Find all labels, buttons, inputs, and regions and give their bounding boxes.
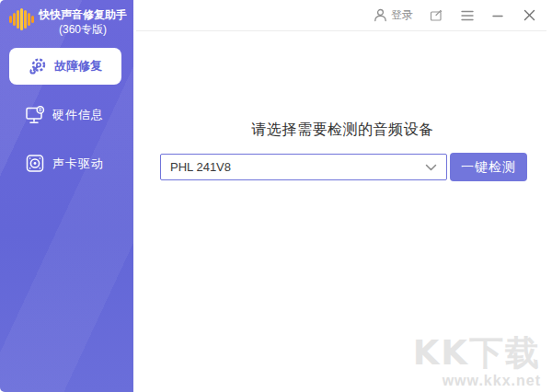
audio-wave-icon [8,7,34,35]
login-button[interactable]: 登录 [374,7,413,23]
soundcard-icon [25,153,46,175]
watermark-logo: KK下载 [413,336,541,370]
topbar-divider [136,30,546,31]
topbar: 登录 [133,0,552,30]
sidebar-item-label: 故障修复 [54,58,102,75]
chevron-down-icon [425,164,437,171]
device-select-row: PHL 241V8 一键检测 [160,153,527,181]
device-select[interactable]: PHL 241V8 [160,154,447,180]
sidebar: 快快声音修复助手 (360专版) 故障修复 [0,0,133,392]
sidebar-item-soundcard-driver[interactable]: 声卡驱动 [0,145,133,182]
watermark-url: www.kkx.net [413,374,541,388]
device-select-value: PHL 241V8 [170,160,231,174]
close-button[interactable] [523,9,535,21]
app-header: 快快声音修复助手 (360专版) [8,7,127,37]
login-label: 登录 [391,7,413,23]
feedback-button[interactable] [430,9,443,22]
app-window: 快快声音修复助手 (360专版) 故障修复 [0,0,552,392]
app-title: 快快声音修复助手 (360专版) [39,7,127,37]
sidebar-item-label: 声卡驱动 [52,156,104,172]
app-title-line2: (360专版) [39,22,127,37]
one-click-detect-button[interactable]: 一键检测 [450,153,527,181]
app-title-line1: 快快声音修复助手 [39,7,127,22]
site-watermark: KK下载 www.kkx.net [413,336,541,388]
monitor-info-icon [25,104,46,126]
person-icon [374,8,387,22]
device-prompt: 请选择需要检测的音频设备 [133,121,552,140]
sidebar-item-fault-repair[interactable]: 故障修复 [9,48,121,85]
gear-wrench-icon [29,57,47,75]
sidebar-item-label: 硬件信息 [52,107,104,123]
feedback-icon [430,9,443,22]
menu-icon[interactable] [461,10,474,21]
minimize-button[interactable] [492,10,503,21]
sidebar-item-hardware-info[interactable]: 硬件信息 [0,97,133,133]
